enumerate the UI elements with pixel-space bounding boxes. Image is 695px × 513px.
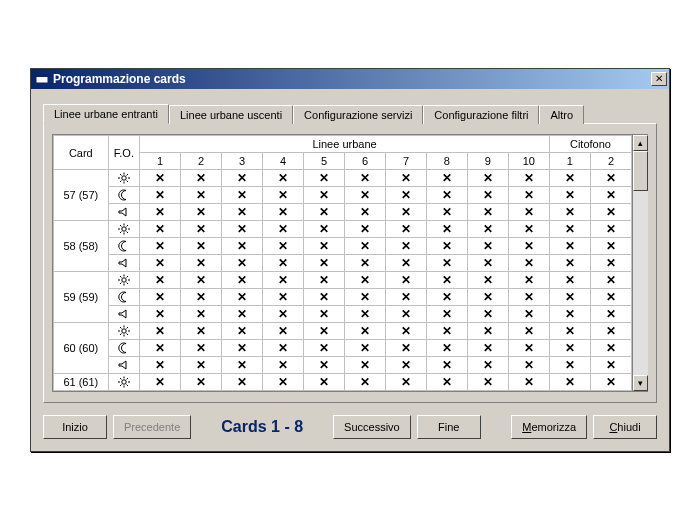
grid-cell[interactable]: ✕: [140, 204, 181, 221]
grid-cell[interactable]: ✕: [590, 170, 631, 187]
grid-cell[interactable]: ✕: [467, 204, 508, 221]
bell-icon[interactable]: [108, 357, 140, 374]
grid-cell[interactable]: ✕: [344, 289, 385, 306]
tab-config-servizi[interactable]: Configurazione servizi: [293, 105, 423, 124]
moon-icon[interactable]: [108, 238, 140, 255]
grid-cell[interactable]: ✕: [344, 374, 385, 391]
bell-icon[interactable]: [108, 204, 140, 221]
grid-cell[interactable]: ✕: [549, 238, 590, 255]
grid-cell[interactable]: ✕: [304, 289, 345, 306]
inizio-button[interactable]: Inizio: [43, 415, 107, 439]
grid-cell[interactable]: ✕: [181, 238, 222, 255]
scroll-track[interactable]: [633, 151, 648, 375]
grid-cell[interactable]: ✕: [222, 323, 263, 340]
grid-cell[interactable]: ✕: [549, 221, 590, 238]
grid-cell[interactable]: ✕: [508, 221, 549, 238]
grid-cell[interactable]: ✕: [344, 340, 385, 357]
sun-icon[interactable]: [108, 170, 140, 187]
grid-cell[interactable]: ✕: [181, 170, 222, 187]
grid-cell[interactable]: ✕: [222, 238, 263, 255]
grid-cell[interactable]: ✕: [304, 323, 345, 340]
grid-cell[interactable]: ✕: [344, 357, 385, 374]
grid-cell[interactable]: ✕: [140, 357, 181, 374]
grid-cell[interactable]: ✕: [426, 238, 467, 255]
grid-cell[interactable]: ✕: [508, 255, 549, 272]
grid-cell[interactable]: ✕: [181, 221, 222, 238]
grid-cell[interactable]: ✕: [385, 289, 426, 306]
grid-cell[interactable]: ✕: [263, 357, 304, 374]
moon-icon[interactable]: [108, 289, 140, 306]
grid-cell[interactable]: ✕: [426, 187, 467, 204]
grid-cell[interactable]: ✕: [508, 357, 549, 374]
grid-cell[interactable]: ✕: [385, 340, 426, 357]
grid-cell[interactable]: ✕: [263, 255, 304, 272]
grid-cell[interactable]: ✕: [467, 357, 508, 374]
scroll-thumb[interactable]: [633, 151, 648, 191]
grid-cell[interactable]: ✕: [181, 255, 222, 272]
moon-icon[interactable]: [108, 340, 140, 357]
grid-cell[interactable]: ✕: [344, 170, 385, 187]
grid-cell[interactable]: ✕: [222, 170, 263, 187]
grid-cell[interactable]: ✕: [181, 272, 222, 289]
grid-cell[interactable]: ✕: [263, 306, 304, 323]
grid-cell[interactable]: ✕: [222, 289, 263, 306]
grid-cell[interactable]: ✕: [140, 255, 181, 272]
grid-cell[interactable]: ✕: [304, 306, 345, 323]
grid-cell[interactable]: ✕: [181, 187, 222, 204]
grid-cell[interactable]: ✕: [140, 374, 181, 391]
grid-cell[interactable]: ✕: [222, 204, 263, 221]
grid-cell[interactable]: ✕: [263, 374, 304, 391]
scroll-down-arrow-icon[interactable]: ▾: [633, 375, 648, 391]
sun-icon[interactable]: [108, 221, 140, 238]
grid-cell[interactable]: ✕: [304, 170, 345, 187]
grid-cell[interactable]: ✕: [385, 306, 426, 323]
grid-cell[interactable]: ✕: [426, 170, 467, 187]
grid-cell[interactable]: ✕: [140, 289, 181, 306]
grid-cell[interactable]: ✕: [344, 306, 385, 323]
grid-cell[interactable]: ✕: [385, 170, 426, 187]
grid-cell[interactable]: ✕: [590, 374, 631, 391]
grid-cell[interactable]: ✕: [344, 221, 385, 238]
grid-cell[interactable]: ✕: [263, 204, 304, 221]
grid-cell[interactable]: ✕: [467, 306, 508, 323]
grid-cell[interactable]: ✕: [222, 357, 263, 374]
grid-cell[interactable]: ✕: [222, 306, 263, 323]
grid-cell[interactable]: ✕: [385, 323, 426, 340]
grid-cell[interactable]: ✕: [263, 170, 304, 187]
grid-cell[interactable]: ✕: [590, 187, 631, 204]
grid-cell[interactable]: ✕: [590, 323, 631, 340]
tab-config-filtri[interactable]: Configurazione filtri: [423, 105, 539, 124]
grid-cell[interactable]: ✕: [263, 221, 304, 238]
grid-cell[interactable]: ✕: [304, 238, 345, 255]
successivo-button[interactable]: Successivo: [333, 415, 411, 439]
precedente-button[interactable]: Precedente: [113, 415, 191, 439]
tab-linee-entranti[interactable]: Linee urbane entranti: [43, 104, 169, 124]
grid-cell[interactable]: ✕: [181, 357, 222, 374]
grid-cell[interactable]: ✕: [549, 340, 590, 357]
grid-cell[interactable]: ✕: [508, 323, 549, 340]
grid-cell[interactable]: ✕: [549, 255, 590, 272]
grid-cell[interactable]: ✕: [426, 357, 467, 374]
memorizza-button[interactable]: Memorizza: [511, 415, 587, 439]
grid-cell[interactable]: ✕: [263, 187, 304, 204]
grid-cell[interactable]: ✕: [426, 272, 467, 289]
grid-cell[interactable]: ✕: [590, 238, 631, 255]
grid-cell[interactable]: ✕: [426, 340, 467, 357]
grid-cell[interactable]: ✕: [181, 374, 222, 391]
grid-cell[interactable]: ✕: [222, 255, 263, 272]
grid-cell[interactable]: ✕: [181, 204, 222, 221]
grid-cell[interactable]: ✕: [181, 340, 222, 357]
grid-cell[interactable]: ✕: [549, 272, 590, 289]
grid-cell[interactable]: ✕: [467, 238, 508, 255]
grid-cell[interactable]: ✕: [467, 255, 508, 272]
grid-cell[interactable]: ✕: [385, 204, 426, 221]
grid-cell[interactable]: ✕: [140, 238, 181, 255]
grid-cell[interactable]: ✕: [140, 340, 181, 357]
bell-icon[interactable]: [108, 255, 140, 272]
grid-cell[interactable]: ✕: [385, 221, 426, 238]
grid-cell[interactable]: ✕: [304, 374, 345, 391]
grid-cell[interactable]: ✕: [385, 255, 426, 272]
fine-button[interactable]: Fine: [417, 415, 481, 439]
grid-cell[interactable]: ✕: [140, 272, 181, 289]
grid-cell[interactable]: ✕: [344, 272, 385, 289]
